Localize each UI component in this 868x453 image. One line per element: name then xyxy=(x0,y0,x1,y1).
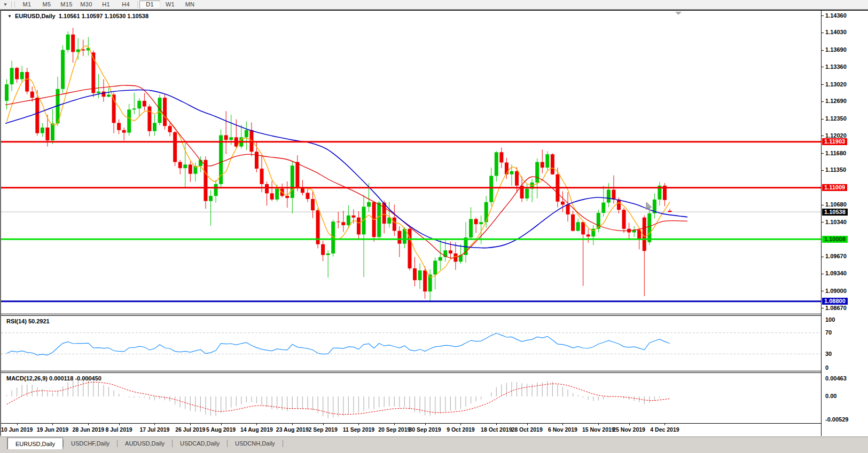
date-label: 9 Oct 2019 xyxy=(447,426,475,433)
date-label: 20 Sep 2019 xyxy=(378,426,410,433)
price-tick-mark xyxy=(822,84,824,85)
price-tick-mark xyxy=(822,222,824,222)
tab-usdchf-daily[interactable]: USDCHF,Daily xyxy=(64,437,117,450)
date-tick xyxy=(88,424,89,425)
macd-histogram xyxy=(7,377,670,418)
timeframe-button-m1[interactable]: M1 xyxy=(17,1,37,9)
rsi-label: RSI(14) 50.2921 xyxy=(6,318,50,324)
price-tick-label: 1.09000 xyxy=(825,288,847,294)
price-tick-label: 1.12350 xyxy=(825,115,847,122)
price-line-badge: 1.10538 xyxy=(822,209,848,216)
tabs-container: EURUSD,DailyUSDCHF,DailyAUDUSD,DailyUSDC… xyxy=(7,437,283,450)
date-label: 11 Sep 2019 xyxy=(343,426,375,433)
price-tick-mark xyxy=(822,170,824,171)
timeframe-button-m15[interactable]: M15 xyxy=(57,1,76,9)
price-tick-label: 1.11680 xyxy=(825,150,846,156)
chart-symbol-label: EURUSD,Daily xyxy=(15,13,56,19)
date-label: 25 Nov 2019 xyxy=(613,426,645,433)
price-line-badge: 1.11009 xyxy=(822,184,847,191)
date-tick xyxy=(358,424,359,425)
timeframe-button-d1[interactable]: D1 xyxy=(139,1,160,9)
price-tick-label: 1.14360 xyxy=(825,12,847,19)
ma-fast-line xyxy=(7,46,670,277)
date-tick xyxy=(52,424,53,425)
date-label: 19 Jun 2019 xyxy=(37,426,69,433)
date-tick xyxy=(119,424,120,425)
price-axis[interactable]: 1.143601.140301.136901.133601.130201.126… xyxy=(821,10,868,436)
price-line-badge: 1.10008 xyxy=(822,236,848,243)
date-tick xyxy=(17,424,18,425)
date-label: 28 Jun 2019 xyxy=(73,426,105,433)
date-axis[interactable]: 10 Jun 201919 Jun 201928 Jun 20198 Jul 2… xyxy=(1,423,821,436)
date-label: 18 Oct 2019 xyxy=(481,426,512,433)
toolbar-grip-handle[interactable] xyxy=(11,2,15,7)
price-tick-label: 1.12020 xyxy=(825,132,847,139)
price-tick-mark xyxy=(822,291,824,291)
timeframe-button-mn[interactable]: MN xyxy=(180,1,200,9)
tab-eurusd-daily[interactable]: EURUSD,Daily xyxy=(7,438,63,450)
price-tick-mark xyxy=(822,50,824,51)
date-label: 4 Dec 2019 xyxy=(650,426,679,433)
date-tick xyxy=(460,424,461,425)
date-label: 5 Aug 2019 xyxy=(206,426,236,433)
chart-tabs-bar: EURUSD,DailyUSDCHF,DailyAUDUSD,DailyUSDC… xyxy=(0,436,868,450)
chart-title-collapse-icon[interactable]: ▼ xyxy=(7,14,12,19)
price-line-badge: 1.08800 xyxy=(822,298,848,305)
date-label: 15 Nov 2019 xyxy=(582,426,615,433)
date-label: 14 Aug 2019 xyxy=(240,426,273,433)
chart-title: ▼EURUSD,Daily 1.10561 1.10597 1.10530 1.… xyxy=(7,13,148,19)
date-tick xyxy=(256,424,257,425)
price-tick-mark xyxy=(822,308,824,308)
timeframe-button-m5[interactable]: M5 xyxy=(37,1,57,9)
price-tick-mark xyxy=(822,205,824,205)
chart-shift-marker-icon[interactable] xyxy=(675,12,682,15)
timeframe-button-h4[interactable]: H4 xyxy=(116,1,136,9)
date-tick xyxy=(425,424,426,425)
terminal-window: ▼ M1M5M15M30H1H4D1W1MN RSI(14) 50.2921MA… xyxy=(0,0,868,453)
chart-window[interactable]: RSI(14) 50.2921MACD(12,26,9) 0.000118 -0… xyxy=(0,10,821,436)
rsi-axis-label: 100 xyxy=(825,316,835,323)
price-tick-label: 1.09670 xyxy=(825,253,847,259)
price-tick-mark xyxy=(822,257,824,257)
toolbar-separator xyxy=(137,1,138,8)
price-tick-mark xyxy=(822,33,824,33)
price-tick-label: 1.09340 xyxy=(825,270,847,276)
date-tick xyxy=(292,424,293,425)
timeframe-toolbar: ▼ M1M5M15M30H1H4D1W1MN xyxy=(0,0,868,10)
rsi-axis-label: 0 xyxy=(825,364,828,371)
price-tick-label: 1.14030 xyxy=(825,29,847,35)
date-tick xyxy=(562,424,563,425)
price-tick-mark xyxy=(822,15,824,16)
ma-mid-line xyxy=(5,85,687,258)
price-tick-label: 1.10340 xyxy=(825,219,847,225)
price-line-badge: 1.11903 xyxy=(822,138,847,145)
date-tick xyxy=(527,424,528,425)
price-tick-label: 1.13020 xyxy=(825,81,847,88)
timeframe-button-m30[interactable]: M30 xyxy=(76,1,96,9)
date-label: 8 Jul 2019 xyxy=(105,426,132,433)
date-label: 30 Sep 2019 xyxy=(409,426,441,433)
candles xyxy=(5,28,672,301)
price-tick-label: 1.13690 xyxy=(825,46,847,53)
date-label: 28 Oct 2019 xyxy=(511,426,542,433)
price-tick-label: 1.11350 xyxy=(825,166,846,173)
tab-audusd-daily[interactable]: AUDUSD,Daily xyxy=(118,437,172,450)
timeframe-button-h1[interactable]: H1 xyxy=(96,1,116,9)
price-tick-mark xyxy=(822,136,824,136)
tab-separator xyxy=(283,440,283,447)
price-tick-label: 1.12690 xyxy=(825,98,847,104)
price-tick-mark xyxy=(822,274,824,274)
tab-usdcad-daily[interactable]: USDCAD,Daily xyxy=(173,437,227,450)
price-tick-label: 1.10680 xyxy=(825,201,847,208)
date-tick xyxy=(221,424,222,425)
macd-axis-label: -0.00529 xyxy=(825,416,848,423)
macd-label: MACD(12,26,9) 0.000118 -0.000450 xyxy=(6,375,101,382)
toolbar-dropdown-icon[interactable]: ▼ xyxy=(0,1,11,9)
macd-axis-label: 0.00463 xyxy=(825,375,847,382)
price-chart-canvas[interactable]: RSI(14) 50.2921MACD(12,26,9) 0.000118 -0… xyxy=(1,11,821,423)
timeframe-button-w1[interactable]: W1 xyxy=(160,1,180,9)
date-tick xyxy=(496,424,497,425)
tab-usdcnh-daily[interactable]: USDCNH,Daily xyxy=(228,437,283,450)
tabs-scroll-spacer xyxy=(0,437,7,450)
price-tick-label: 1.08670 xyxy=(825,305,847,311)
